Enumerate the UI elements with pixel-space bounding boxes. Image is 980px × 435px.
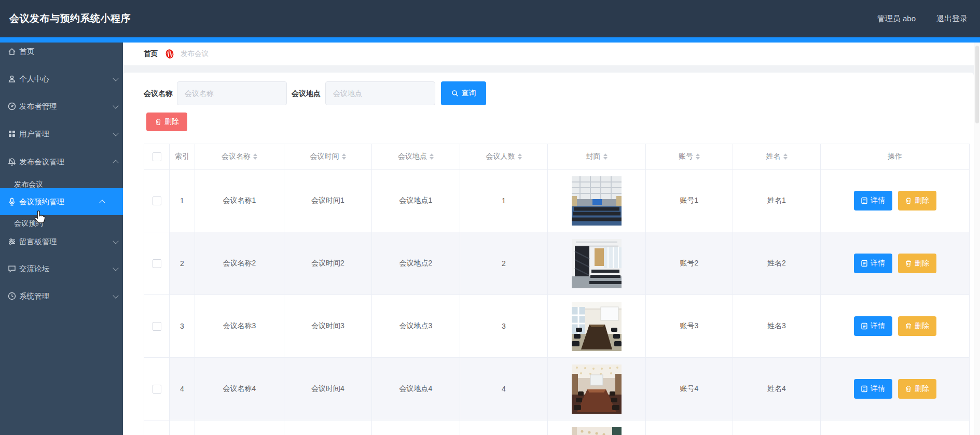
meeting-name-input[interactable] [177, 81, 287, 105]
table-header-row: 索引 会议名称 会议时间 会议地点 会议人数 封面 账号 姓名 操作 [144, 144, 970, 170]
chevron-up-icon [113, 160, 118, 165]
delete-button[interactable]: 删除 [898, 316, 936, 336]
microphone-icon [7, 197, 17, 206]
chevron-down-icon [113, 292, 118, 298]
detail-button[interactable]: 详情 [854, 191, 892, 211]
trash-icon [905, 385, 912, 392]
sort-icon[interactable] [253, 153, 257, 160]
select-all-checkbox[interactable] [153, 152, 161, 161]
delete-button[interactable]: 删除 [898, 379, 936, 399]
sidebar-item-home[interactable]: 首页 [0, 43, 123, 60]
app-title: 会议发布与预约系统小程序 [9, 0, 131, 37]
detail-button[interactable]: 详情 [854, 254, 892, 273]
table-row: 2 会议名称2 会议时间2 会议地点2 2 [144, 232, 970, 295]
sidebar-item-profile[interactable]: 个人中心 [0, 68, 123, 89]
breadcrumb: 首页 发布会议 [123, 43, 980, 65]
sidebar-item-message-board-manage[interactable]: 留言板管理 [0, 231, 123, 252]
sidebar-item-publisher-manage[interactable]: 发布者管理 [0, 96, 123, 117]
row-checkbox[interactable] [153, 385, 161, 394]
bell-icon [7, 157, 17, 166]
sidebar-item-forum[interactable]: 交流论坛 [0, 258, 123, 279]
column-header-actions: 操作 [821, 144, 970, 170]
current-user-label: 管理员 abo [877, 14, 916, 24]
breadcrumb-home[interactable]: 首页 [144, 49, 158, 59]
sidebar-item-system-manage[interactable]: 系统管理 [0, 286, 123, 306]
trash-icon [905, 197, 912, 204]
column-header-meeting-time[interactable]: 会议时间 [284, 144, 372, 170]
column-header-index: 索引 [170, 144, 195, 170]
chevron-down-icon [113, 103, 118, 108]
logout-link[interactable]: 退出登录 [936, 14, 968, 24]
query-button[interactable]: 查询 [441, 81, 486, 105]
meeting-place-label: 会议地点 [292, 81, 321, 105]
sidebar-item-meeting-reservation-manage[interactable]: 会议预约管理 [0, 188, 123, 215]
sort-icon[interactable] [783, 153, 788, 160]
grid-icon [7, 129, 17, 138]
search-icon [451, 90, 459, 97]
scrollbar[interactable] [974, 43, 980, 435]
column-header-meeting-count[interactable]: 会议人数 [460, 144, 548, 170]
sidebar-item-user-manage[interactable]: 用户管理 [0, 123, 123, 144]
column-header-account[interactable]: 账号 [646, 144, 733, 170]
document-icon [861, 197, 868, 204]
meeting-room-photo [572, 239, 622, 288]
scrollbar-thumb[interactable] [975, 46, 979, 123]
chevron-down-icon [113, 75, 118, 81]
detail-button[interactable]: 详情 [854, 316, 892, 336]
sliders-icon [7, 237, 17, 246]
breadcrumb-current: 发布会议 [181, 49, 209, 59]
meeting-name-label: 会议名称 [144, 81, 173, 105]
table-row: 3 会议名称3 会议时间3 会议地点3 3 [144, 295, 970, 358]
delete-button[interactable]: 删除 [898, 191, 936, 211]
table-row-partial [144, 420, 970, 435]
user-icon [7, 74, 17, 83]
gauge-icon [7, 102, 17, 111]
main-panel: 会议名称 会议地点 查询 删除 索引 会议名称 会议时间 会议地点 会议人数 封… [123, 73, 974, 435]
chevron-down-icon [113, 238, 118, 244]
trash-icon [905, 260, 912, 267]
document-icon [861, 260, 868, 267]
chevron-down-icon [113, 265, 118, 271]
column-header-person-name[interactable]: 姓名 [733, 144, 821, 170]
sort-icon[interactable] [603, 153, 608, 160]
breadcrumb-seal-icon [164, 49, 175, 59]
document-icon [861, 322, 868, 330]
sort-icon[interactable] [430, 153, 434, 160]
batch-delete-button[interactable]: 删除 [146, 113, 187, 131]
sidebar-subitem-meeting-reservation-partial[interactable]: 会议预约 [14, 220, 113, 229]
sort-icon[interactable] [342, 153, 346, 160]
meeting-room-photo [572, 302, 622, 351]
trash-icon [905, 322, 912, 330]
home-icon [7, 47, 17, 56]
column-header-cover[interactable]: 封面 [548, 144, 646, 170]
chevron-up-icon [99, 200, 105, 205]
table-row: 1 会议名称1 会议时间1 会议地点1 1 账号1 姓名1 [144, 170, 970, 232]
column-header-meeting-place[interactable]: 会议地点 [372, 144, 460, 170]
table-row: 4 会议名称4 会议时间4 会议地点4 4 [144, 358, 970, 420]
sidebar: 首页 个人中心 发布者管理 用户管理 发布会议管理 发布会议 会议预约管理 会议… [0, 43, 123, 435]
sidebar-item-meeting-publish-manage[interactable]: 发布会议管理 [0, 151, 123, 172]
meeting-room-photo [572, 427, 622, 435]
sort-icon[interactable] [696, 153, 700, 160]
trash-icon [155, 118, 162, 125]
app-header: 会议发布与预约系统小程序 管理员 abo 退出登录 [0, 0, 980, 37]
row-checkbox[interactable] [153, 259, 161, 268]
column-header-meeting-name[interactable]: 会议名称 [195, 144, 284, 170]
meeting-room-photo [572, 176, 622, 226]
sidebar-subitem-publish-meeting-partial[interactable]: 发布会议 [14, 180, 113, 188]
delete-button[interactable]: 删除 [898, 254, 936, 273]
meeting-place-input[interactable] [325, 81, 435, 105]
meeting-room-photo [572, 364, 622, 414]
accent-strip [0, 37, 980, 43]
meetings-table: 索引 会议名称 会议时间 会议地点 会议人数 封面 账号 姓名 操作 1 会议名… [144, 144, 970, 435]
chat-icon [7, 264, 17, 273]
chevron-down-icon [113, 130, 118, 136]
row-checkbox[interactable] [153, 322, 161, 331]
detail-button[interactable]: 详情 [854, 379, 892, 399]
clock-icon [7, 291, 17, 301]
document-icon [861, 385, 868, 392]
sort-icon[interactable] [518, 153, 522, 160]
row-checkbox[interactable] [153, 197, 161, 205]
